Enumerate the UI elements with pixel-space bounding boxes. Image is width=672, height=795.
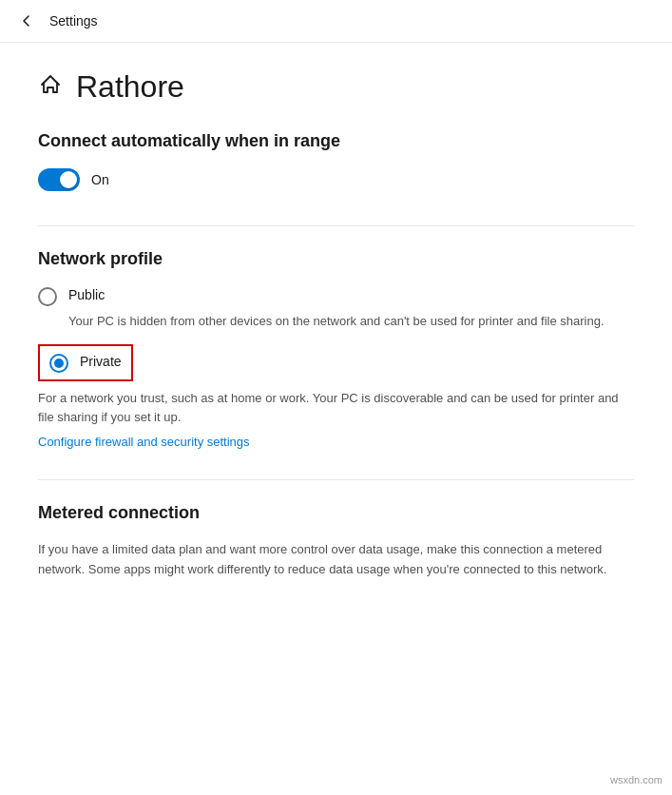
metered-connection-title: Metered connection [38, 503, 634, 523]
network-profile-title: Network profile [38, 249, 634, 269]
private-radio-button[interactable] [49, 354, 68, 373]
public-radio-option[interactable]: Public [38, 286, 634, 306]
network-header: Rathore [38, 69, 634, 105]
title-bar-text: Settings [49, 13, 98, 29]
metered-connection-description: If you have a limited data plan and want… [38, 540, 634, 580]
toggle-label: On [91, 172, 109, 187]
watermark: wsxdn.com [610, 774, 662, 785]
public-radio-button[interactable] [38, 287, 57, 306]
back-button[interactable] [19, 13, 34, 29]
public-radio-description: Your PC is hidden from other devices on … [38, 312, 634, 331]
private-radio-description: For a network you trust, such as at home… [38, 389, 634, 427]
auto-connect-title: Connect automatically when in range [38, 131, 634, 151]
network-name: Rathore [76, 69, 184, 105]
firewall-link[interactable]: Configure firewall and security settings [38, 435, 250, 449]
title-bar: Settings [0, 0, 672, 43]
auto-connect-toggle[interactable] [38, 168, 80, 191]
home-icon [38, 72, 63, 103]
public-radio-label: Public [68, 286, 105, 305]
private-radio-label: Private [80, 353, 122, 372]
private-radio-option[interactable]: Private [49, 353, 122, 373]
